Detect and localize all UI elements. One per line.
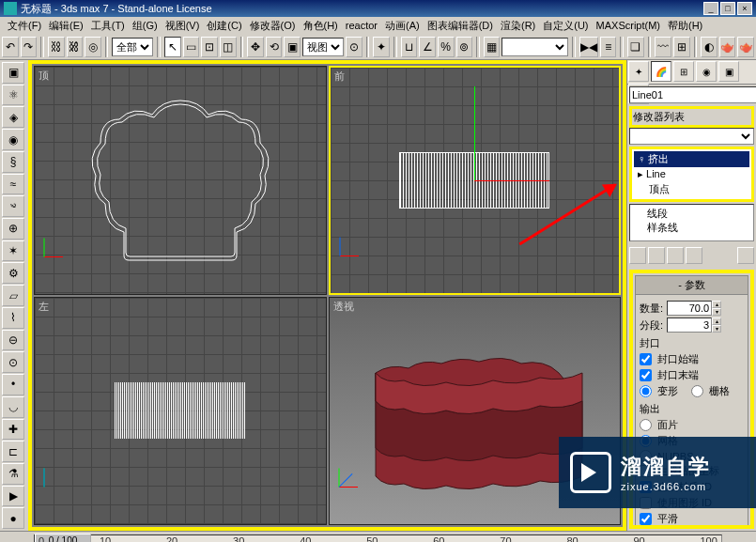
motion-tab-icon[interactable]: ◉	[696, 61, 717, 82]
minimize-button[interactable]: _	[703, 2, 718, 15]
fracture-icon[interactable]: ✶	[2, 240, 24, 262]
layer-button[interactable]: ❏	[627, 37, 644, 57]
menu-animation[interactable]: 动画(A)	[381, 19, 424, 33]
maximize-button[interactable]: □	[720, 2, 735, 15]
toy-icon[interactable]: ⊕	[2, 218, 24, 240]
configure-sets-icon[interactable]	[737, 247, 754, 264]
scale-button[interactable]: ▣	[284, 37, 301, 57]
morph-radio[interactable]	[640, 385, 652, 397]
select-region-button[interactable]: ⊡	[201, 37, 218, 57]
reactor-icon[interactable]: ⚛	[2, 85, 24, 106]
modifier-list-select[interactable]	[629, 128, 754, 145]
pivot-button[interactable]: ⊙	[346, 37, 363, 57]
bind-button[interactable]: ◎	[85, 37, 101, 57]
menu-customize[interactable]: 自定义(U)	[539, 19, 592, 33]
viewport-left[interactable]: 左	[34, 297, 327, 526]
unlink-button[interactable]: ⛓̸	[67, 37, 84, 57]
curve-editor-button[interactable]: 〰	[655, 37, 671, 57]
redo-button[interactable]: ↷	[21, 37, 38, 57]
material-button[interactable]: ◐	[701, 37, 717, 57]
make-unique-icon[interactable]	[667, 247, 684, 264]
hinge-icon[interactable]: ◡	[2, 396, 24, 418]
menu-group[interactable]: 组(G)	[129, 19, 162, 33]
rope-icon[interactable]: §	[2, 151, 24, 173]
snap-button[interactable]: ⊔	[401, 37, 418, 57]
rotate-button[interactable]: ⟲	[266, 37, 283, 57]
preview-icon[interactable]: ▶	[2, 486, 24, 507]
amount-input[interactable]	[667, 301, 712, 316]
tab-panel-icon[interactable]: ▣	[2, 62, 24, 84]
object-name-field[interactable]	[629, 86, 756, 103]
cap-start-check[interactable]	[640, 353, 652, 365]
menu-maxscript[interactable]: MAXScript(M)	[593, 20, 664, 31]
pin-stack-icon[interactable]	[629, 247, 646, 264]
wind-icon[interactable]: ༄	[2, 195, 24, 217]
render-scene-button[interactable]: 🫖	[719, 37, 736, 57]
segs-up[interactable]: ▴	[712, 317, 721, 325]
stack-line[interactable]: ▸ Line	[634, 167, 749, 181]
time-slider[interactable]: 0 / 100 0102030405060708090100	[0, 531, 756, 542]
spring-icon[interactable]: ⌇	[2, 307, 24, 329]
stack-vertex[interactable]: 顶点	[634, 181, 749, 197]
percent-snap-button[interactable]: %	[438, 37, 455, 57]
menu-render[interactable]: 渲染(R)	[497, 19, 539, 33]
menu-character[interactable]: 角色(H)	[300, 19, 342, 33]
menu-reactor[interactable]: reactor	[342, 20, 381, 31]
water-icon[interactable]: ≈	[2, 174, 24, 195]
angle-snap-button[interactable]: ∠	[419, 37, 436, 57]
modifier-stack[interactable]: ♀ 挤出 ▸ Line 顶点	[629, 147, 754, 202]
remove-mod-icon[interactable]	[686, 247, 702, 264]
grid-radio[interactable]	[691, 385, 703, 397]
create-tab-icon[interactable]: ✦	[628, 61, 649, 82]
window-crossing-button[interactable]: ◫	[220, 37, 237, 57]
menu-modifiers[interactable]: 修改器(O)	[246, 19, 300, 33]
spinner-snap-button[interactable]: ⊚	[456, 37, 473, 57]
named-sets-button[interactable]: ▦	[484, 37, 501, 57]
schematic-button[interactable]: ⊞	[673, 37, 690, 57]
undo-button[interactable]: ↶	[2, 37, 19, 57]
link-button[interactable]: ⛓	[48, 37, 65, 57]
analyze-icon[interactable]: ⚗	[2, 463, 24, 485]
stack-extrude[interactable]: ♀ 挤出	[634, 151, 749, 167]
hierarchy-tab-icon[interactable]: ⊞	[673, 61, 694, 82]
menu-help[interactable]: 帮助(H)	[664, 19, 706, 33]
menu-views[interactable]: 视图(V)	[162, 19, 204, 33]
menu-create[interactable]: 创建(C)	[203, 19, 245, 33]
menu-file[interactable]: 文件(F)	[4, 19, 45, 33]
cap-end-check[interactable]	[640, 369, 652, 381]
rollout-title[interactable]: - 参数	[636, 276, 748, 295]
selection-filter[interactable]: 全部	[112, 38, 153, 56]
plane-icon[interactable]: ▱	[2, 285, 24, 306]
smooth-check[interactable]	[640, 513, 652, 525]
menu-graph[interactable]: 图表编辑器(D)	[424, 19, 497, 33]
show-result-icon[interactable]	[648, 247, 665, 264]
menu-tools[interactable]: 工具(T)	[87, 19, 129, 33]
viewport-front[interactable]: 前	[329, 66, 622, 295]
modifier-stack-lower[interactable]: 线段 样条线	[629, 204, 754, 241]
quick-render-button[interactable]: 🫖	[737, 37, 754, 57]
select-name-button[interactable]: ▭	[183, 37, 200, 57]
cloth-icon[interactable]: ◈	[2, 106, 24, 128]
stack-segment[interactable]: 线段	[632, 207, 751, 221]
stack-spline[interactable]: 样条线	[632, 221, 751, 235]
dashpot-icon[interactable]: ⊖	[2, 330, 24, 351]
softbody-icon[interactable]: ◉	[2, 129, 24, 150]
segs-input[interactable]	[667, 317, 712, 333]
modify-tab-icon[interactable]: 🌈	[651, 61, 671, 82]
create-anim-icon[interactable]: ●	[2, 507, 24, 529]
manip-button[interactable]: ✦	[373, 37, 390, 57]
prismatic-icon[interactable]: ⊏	[2, 441, 24, 462]
named-sets-select[interactable]	[501, 38, 568, 56]
patch-radio[interactable]	[640, 419, 652, 431]
viewport-top[interactable]: 顶	[34, 66, 327, 295]
ref-coord-system[interactable]: 视图	[302, 38, 344, 56]
display-tab-icon[interactable]: ▣	[718, 61, 739, 82]
select-button[interactable]: ↖	[164, 37, 181, 57]
amount-up[interactable]: ▴	[712, 301, 721, 308]
motor-icon[interactable]: ⚙	[2, 262, 24, 284]
move-button[interactable]: ✥	[247, 37, 264, 57]
car-icon[interactable]: ⊙	[2, 351, 24, 373]
align-button[interactable]: ≡	[600, 37, 617, 57]
point-icon[interactable]: •	[2, 374, 24, 395]
ragdoll-icon[interactable]: ✚	[2, 419, 24, 441]
